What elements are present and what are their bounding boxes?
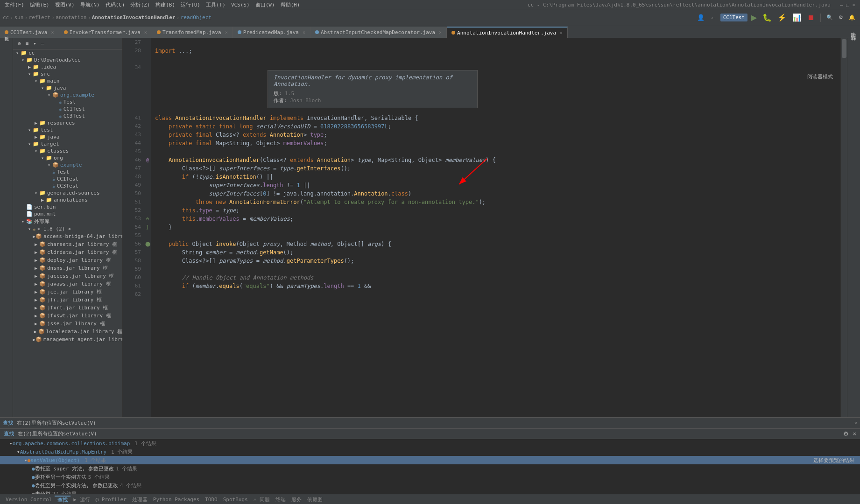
menu-view[interactable]: 视图(V): [52, 1, 78, 8]
tab-transformedmap[interactable]: TransformedMap.java ×: [152, 27, 233, 38]
toolbar-back[interactable]: ←: [708, 13, 719, 22]
tree-item-annotations[interactable]: ▶ 📁 annotations: [13, 196, 122, 203]
tree-item-deploy[interactable]: ▶ 📦 deploy.jar library 框: [13, 256, 122, 264]
tree-item-jaccess[interactable]: ▶ 📦 jaccess.jar library 框: [13, 272, 122, 280]
menu-help[interactable]: 帮助(H): [278, 1, 303, 8]
tree-item-classes[interactable]: ▾ 📁 classes: [13, 147, 122, 154]
tab-close-invokertransformer[interactable]: ×: [144, 30, 147, 35]
tree-item-external[interactable]: ▾ 📚 外部库: [13, 217, 122, 225]
bottom-tab-run[interactable]: ▶ 运行: [70, 496, 92, 503]
editor-scroll[interactable]: 27 28 34 41 42 43 44 45 46 47 48 49 50: [123, 38, 847, 417]
sidebar-expand[interactable]: ≡: [24, 40, 31, 47]
bottom-tab-todo[interactable]: TODO: [202, 497, 220, 503]
tree-item-org[interactable]: ▾ 📁 org: [13, 154, 122, 161]
tab-close-annotation[interactable]: ×: [560, 30, 563, 35]
menu-build[interactable]: 构建(B): [153, 1, 178, 8]
tree-item-cc3test2[interactable]: ☕ CC3Test: [13, 182, 122, 189]
tab-close-cc1test[interactable]: ×: [51, 30, 54, 35]
tree-item-jce[interactable]: ▶ 📦 jce.jar library 框: [13, 288, 122, 296]
search-settings-btn[interactable]: ⚙: [843, 430, 849, 437]
tree-item-generated[interactable]: ▾ 📁 generated-sources: [13, 189, 122, 196]
tree-item-cc[interactable]: ▾ 📁 cc: [13, 49, 122, 56]
menu-edit[interactable]: 编辑(E): [27, 1, 52, 8]
tree-item-src[interactable]: ▾ 📁 src: [13, 70, 122, 77]
reader-mode-button[interactable]: 阅读器模式: [807, 73, 833, 80]
tree-item-main[interactable]: ▾ 📁 main: [13, 77, 122, 84]
tab-cc1test[interactable]: CC1Test.java ×: [0, 27, 59, 38]
tree-item-jfxrt[interactable]: ▶ 📦 jfxrt.jar library 框: [13, 304, 122, 312]
code-content[interactable]: import ...; class AnnotationInvocationHa…: [151, 38, 847, 417]
bottom-tab-terminal[interactable]: 终端: [273, 496, 289, 503]
breadcrumb-method[interactable]: readObject: [181, 14, 211, 21]
bottom-tab-version-control[interactable]: Version Control: [3, 497, 55, 503]
bottom-tab-python[interactable]: Python Packages: [150, 497, 202, 503]
search-result-instance2[interactable]: ● 委托至另一个实例方法, 参数已更改 4 个结果: [0, 481, 860, 490]
search-result-super[interactable]: ● 委托至 super 方法, 参数已更改 1 个结果: [0, 464, 860, 473]
left-icon-project[interactable]: 项目: [2, 42, 11, 48]
tree-item-management[interactable]: ▶ 📦 management-agent.jar library 框: [13, 336, 122, 343]
tree-item-pomxml[interactable]: 📄 pom.xml: [13, 210, 122, 217]
tree-item-jfxswt[interactable]: ▶ 📦 jfxswt.jar library 框: [13, 312, 122, 320]
tab-invokertransformer[interactable]: InvokerTransformer.java ×: [59, 27, 152, 38]
sidebar-collapse[interactable]: ▾: [31, 40, 38, 47]
debug-button[interactable]: 🐛: [761, 12, 774, 23]
toolbar-avatar[interactable]: 👤: [695, 13, 706, 22]
profile-button[interactable]: 📊: [790, 12, 804, 23]
coverage-button[interactable]: ⚡: [775, 12, 789, 23]
tree-item-orgexample[interactable]: ▾ 📦 org.example: [13, 91, 122, 98]
tab-close-predicatedmap[interactable]: ×: [303, 30, 305, 35]
tab-close-abstractinput[interactable]: ×: [439, 30, 442, 35]
tab-predicatedmap[interactable]: PredicatedMap.java ×: [233, 27, 310, 38]
bottom-tab-deps[interactable]: 依赖图: [304, 496, 325, 503]
sidebar-settings[interactable]: ⚙: [16, 40, 23, 47]
tab-annotationinvocationhandler[interactable]: AnnotationInvocationHandler.java ×: [447, 27, 568, 38]
tree-item-jfr[interactable]: ▶ 📦 jfr.jar library 框: [13, 296, 122, 304]
settings-btn[interactable]: ⚙: [837, 14, 845, 21]
run-button[interactable]: ▶: [749, 12, 759, 23]
search-close-btn[interactable]: ×: [853, 430, 856, 437]
breadcrumb-cc[interactable]: cc: [3, 14, 9, 21]
tree-item-example2[interactable]: ▾ 📦 example: [13, 161, 122, 168]
tree-item-test-folder[interactable]: ▾ 📁 test: [13, 126, 122, 133]
tree-item-jdk[interactable]: ▾ ☕ < 1.8 (2) >: [13, 225, 122, 232]
sidebar-minimize[interactable]: —: [39, 40, 46, 47]
breadcrumb-annotation[interactable]: annotation: [56, 14, 86, 21]
notifications-btn[interactable]: 🔔: [847, 14, 857, 21]
menu-window[interactable]: 窗口(W): [253, 1, 278, 8]
menu-vcs[interactable]: VCS(S): [228, 2, 253, 8]
tree-item-java2[interactable]: ▶ 📁 java: [13, 133, 122, 140]
bottom-tab-processor[interactable]: 处理器: [129, 496, 150, 503]
tree-item-target[interactable]: ▾ 📁 target: [13, 140, 122, 147]
bottom-tab-problems[interactable]: ⚠ 问题: [251, 496, 273, 503]
editor-scrollbar[interactable]: [840, 38, 847, 417]
bottom-tab-profiler[interactable]: @ Profiler: [93, 497, 129, 503]
search-everywhere-btn[interactable]: 🔍: [825, 14, 835, 21]
tree-item-access-bridge[interactable]: ▶ 📦 access-bridge-64.jar library 框: [13, 232, 122, 240]
tree-item-charsets[interactable]: ▶ 📦 charsets.jar library 框: [13, 240, 122, 248]
bottom-tab-spotbugs[interactable]: SpotBugs: [220, 497, 251, 503]
tree-item-downloads[interactable]: ▾ 📁 D:\Downloads\cc: [13, 56, 122, 63]
tree-item-cc1test[interactable]: ☕ CC1Test: [13, 105, 122, 112]
menu-file[interactable]: 文件(F): [2, 1, 27, 8]
tab-close-transformedmap[interactable]: ×: [225, 30, 228, 35]
tree-item-cc3test[interactable]: ☕ CC3Test: [13, 112, 122, 119]
breadcrumb-class[interactable]: AnnotationInvocationHandler: [92, 14, 176, 21]
search-result-setvalue[interactable]: ▾ ● setValue(Object) 1 个结果 选择要预览的结果: [0, 456, 860, 464]
run-config-label[interactable]: CC1Test: [720, 14, 747, 21]
tree-item-idea[interactable]: ▶ 📁 .idea: [13, 63, 122, 70]
tree-item-dnsns[interactable]: ▶ 📦 dnsns.jar library 框: [13, 264, 122, 272]
search-result-unclassified[interactable]: ● 未分类 27 个结果: [0, 490, 860, 494]
bottom-tab-services[interactable]: 服务: [289, 496, 304, 503]
scrollbar-thumb[interactable]: [842, 39, 846, 58]
tree-item-javaws[interactable]: ▶ 📦 javaws.jar library 框: [13, 280, 122, 288]
find-close[interactable]: ×: [854, 420, 857, 426]
breadcrumb-sun[interactable]: sun: [14, 14, 23, 21]
bottom-tab-find[interactable]: 查找: [55, 496, 70, 504]
tree-item-cldrdata[interactable]: ▶ 📦 cldrdata.jar library 框: [13, 248, 122, 256]
tree-item-test2[interactable]: ☕ Test: [13, 168, 122, 175]
search-result-instance[interactable]: ● 委托至另一个实例方法 5 个结果: [0, 473, 860, 481]
breadcrumb-reflect[interactable]: reflect: [29, 14, 50, 21]
tree-item-localedata[interactable]: ▶ 📦 localedata.jar library 框: [13, 328, 122, 336]
menu-run[interactable]: 运行(U): [178, 1, 203, 8]
menu-code[interactable]: 代码(C): [103, 1, 128, 8]
